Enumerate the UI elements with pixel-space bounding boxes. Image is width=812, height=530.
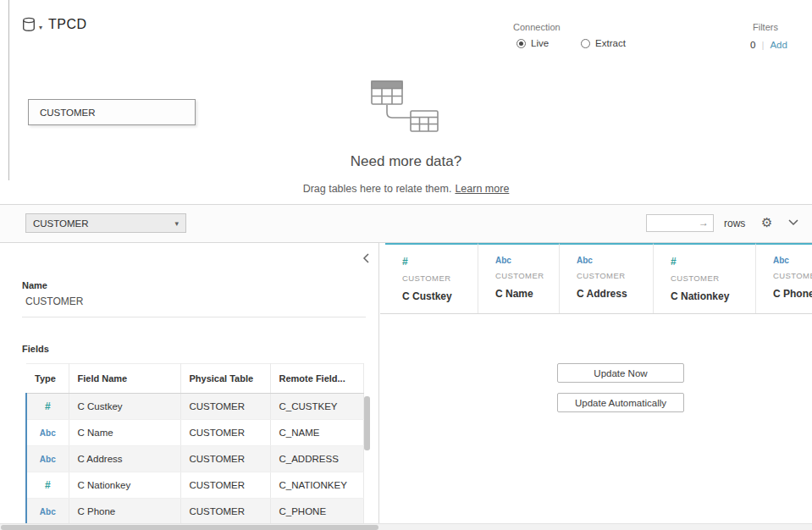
field-name-cell[interactable]: C Custkey bbox=[69, 394, 180, 420]
grid-column-table: CUSTOMER bbox=[773, 271, 812, 280]
collapse-panel-icon[interactable] bbox=[362, 252, 370, 264]
radio-extract[interactable]: Extract bbox=[581, 38, 626, 48]
grid-column-table: CUSTOMER bbox=[671, 273, 755, 283]
rows-count-field-wrap: → bbox=[646, 214, 714, 232]
col-header-remote-field[interactable]: Remote Field... bbox=[270, 364, 363, 394]
fields-table-header-row: Type Field Name Physical Table Remote Fi… bbox=[26, 364, 363, 394]
string-type-icon: Abc bbox=[577, 256, 653, 265]
rows-label: rows bbox=[724, 218, 745, 229]
radio-live[interactable]: Live bbox=[516, 38, 549, 48]
fields-label: Fields bbox=[22, 344, 49, 354]
horizontal-scrollbar-thumb[interactable] bbox=[1, 525, 378, 530]
table-select-dropdown[interactable]: CUSTOMER ▾ bbox=[25, 213, 186, 233]
connection-label: Connection bbox=[513, 22, 561, 32]
table-chip-customer[interactable]: CUSTOMER bbox=[28, 99, 196, 125]
update-automatically-button[interactable]: Update Automatically bbox=[557, 393, 684, 412]
radio-live-icon[interactable] bbox=[516, 39, 526, 48]
string-type-icon[interactable]: Abc bbox=[40, 507, 56, 516]
database-menu-button[interactable]: ▾ bbox=[22, 17, 42, 32]
table-select-value: CUSTOMER bbox=[33, 218, 89, 229]
connection-options: Live Extract bbox=[516, 38, 626, 48]
chevron-down-icon[interactable] bbox=[788, 219, 798, 226]
grid-column-table: CUSTOMER bbox=[577, 271, 653, 280]
string-type-icon[interactable]: Abc bbox=[40, 455, 56, 464]
gear-icon[interactable]: ⚙ bbox=[761, 215, 772, 230]
string-type-icon: Abc bbox=[773, 256, 812, 265]
empty-state-title: Need more data? bbox=[0, 153, 812, 170]
horizontal-scrollbar[interactable] bbox=[0, 523, 812, 530]
grid-column-c-name[interactable]: Abc CUSTOMER C Name bbox=[478, 243, 560, 313]
rows-count-input[interactable] bbox=[647, 216, 713, 232]
physical-table-cell: CUSTOMER bbox=[180, 472, 270, 499]
radio-extract-icon[interactable] bbox=[581, 39, 590, 48]
database-icon bbox=[22, 17, 36, 32]
physical-table-cell: CUSTOMER bbox=[180, 499, 270, 524]
empty-state-subtitle: Drag tables here to relate them.Learn mo… bbox=[0, 183, 812, 195]
col-header-physical-table[interactable]: Physical Table bbox=[180, 364, 270, 394]
field-name-cell[interactable]: C Phone bbox=[69, 499, 180, 524]
field-row-c-custkey[interactable]: # C Custkey CUSTOMER C_CUSTKEY bbox=[26, 394, 363, 420]
canvas-area: ▾ TPCD Connection Live Extract Filters 0… bbox=[0, 0, 812, 205]
field-name-cell[interactable]: C Name bbox=[69, 420, 180, 446]
table-chip-label: CUSTOMER bbox=[40, 108, 96, 118]
physical-table-cell: CUSTOMER bbox=[180, 394, 270, 420]
fields-table-scrollbar[interactable] bbox=[364, 396, 370, 450]
relate-tables-icon bbox=[370, 80, 448, 135]
grid-header-divider bbox=[380, 313, 812, 314]
empty-state-text: Drag tables here to relate them. bbox=[303, 183, 452, 195]
caret-down-icon: ▾ bbox=[39, 24, 42, 32]
add-filter-link[interactable]: Add bbox=[770, 40, 787, 50]
grid-column-field: C Name bbox=[495, 288, 559, 300]
radio-extract-label: Extract bbox=[595, 38, 626, 48]
remote-field-cell: C_PHONE bbox=[270, 499, 363, 524]
col-header-type[interactable]: Type bbox=[26, 364, 69, 394]
field-name-cell[interactable]: C Address bbox=[69, 446, 180, 472]
grid-column-c-address[interactable]: Abc CUSTOMER C Address bbox=[560, 243, 654, 313]
field-name-cell[interactable]: C Nationkey bbox=[69, 472, 180, 499]
field-row-c-phone[interactable]: Abc C Phone CUSTOMER C_PHONE bbox=[26, 499, 363, 524]
learn-more-link[interactable]: Learn more bbox=[455, 183, 509, 195]
string-type-icon[interactable]: Abc bbox=[40, 428, 56, 438]
grid-column-field: C Nationkey bbox=[671, 290, 755, 302]
physical-table-cell: CUSTOMER bbox=[180, 420, 270, 446]
number-type-icon[interactable]: # bbox=[45, 400, 51, 412]
data-preview-panel: # CUSTOMER C Custkey Abc CUSTOMER C Name… bbox=[380, 243, 812, 523]
field-row-c-nationkey[interactable]: # C Nationkey CUSTOMER C_NATIONKEY bbox=[26, 472, 363, 499]
grid-column-c-nationkey[interactable]: # CUSTOMER C Nationkey bbox=[654, 243, 756, 313]
datasource-title: TPCD bbox=[48, 17, 87, 32]
update-now-button[interactable]: Update Now bbox=[557, 363, 684, 383]
filters-group: Filters 0 | Add bbox=[750, 22, 787, 50]
remote-field-cell: C_NATIONKEY bbox=[270, 472, 363, 499]
number-type-icon: # bbox=[402, 256, 478, 268]
filters-count: 0 bbox=[750, 40, 755, 50]
table-name-field[interactable]: CUSTOMER bbox=[22, 295, 366, 317]
name-label: Name bbox=[22, 280, 47, 290]
grid-column-field: C Custkey bbox=[402, 290, 478, 302]
col-header-field-name[interactable]: Field Name bbox=[69, 364, 180, 394]
field-row-c-name[interactable]: Abc C Name CUSTOMER C_NAME bbox=[26, 420, 363, 446]
datasource-page: ▾ TPCD Connection Live Extract Filters 0… bbox=[0, 0, 812, 530]
remote-field-cell: C_ADDRESS bbox=[270, 446, 363, 472]
number-type-icon[interactable]: # bbox=[45, 479, 51, 491]
connection-group: Connection bbox=[513, 22, 561, 32]
grid-column-field: C Phone bbox=[773, 288, 812, 300]
string-type-icon: Abc bbox=[495, 256, 559, 265]
grid-column-table: CUSTOMER bbox=[402, 273, 478, 283]
grid-column-c-phone[interactable]: Abc CUSTOMER C Phone bbox=[756, 243, 812, 313]
number-type-icon: # bbox=[671, 256, 755, 268]
remote-field-cell: C_NAME bbox=[270, 420, 363, 446]
filters-label: Filters bbox=[750, 22, 787, 32]
grid-column-table: CUSTOMER bbox=[495, 271, 559, 280]
field-details-panel: Name CUSTOMER Fields Type Field Name Phy… bbox=[0, 243, 379, 523]
remote-field-cell: C_CUSTKEY bbox=[270, 394, 363, 420]
caret-down-icon: ▾ bbox=[174, 219, 179, 228]
data-grid-header: # CUSTOMER C Custkey Abc CUSTOMER C Name… bbox=[385, 243, 812, 313]
grid-column-field: C Address bbox=[577, 288, 653, 300]
field-row-c-address[interactable]: Abc C Address CUSTOMER C_ADDRESS bbox=[26, 446, 363, 472]
filters-separator: | bbox=[761, 40, 764, 50]
grid-column-c-custkey[interactable]: # CUSTOMER C Custkey bbox=[385, 243, 478, 313]
radio-live-label: Live bbox=[531, 38, 549, 48]
table-toolbar: CUSTOMER ▾ → rows ⚙ bbox=[0, 205, 812, 243]
physical-table-cell: CUSTOMER bbox=[180, 446, 270, 472]
fields-table: Type Field Name Physical Table Remote Fi… bbox=[25, 363, 364, 523]
